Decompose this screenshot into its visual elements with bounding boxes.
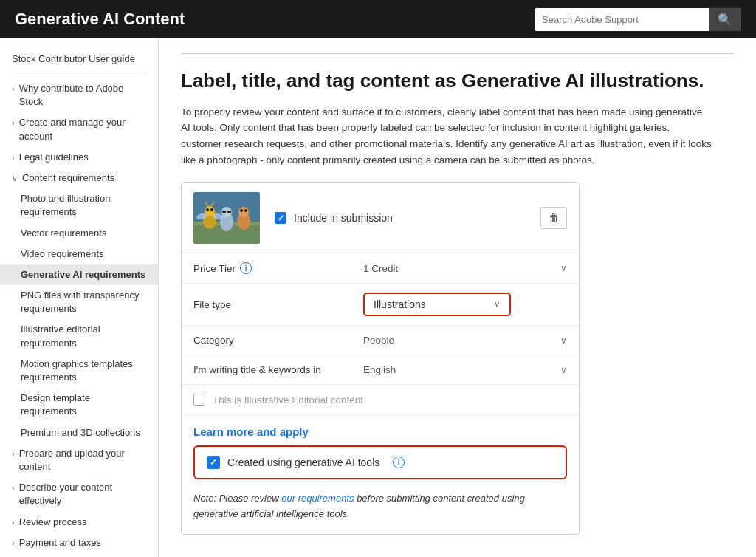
dropdown-arrow-icon: ∨ [560, 365, 567, 375]
sidebar-item-label: PNG files with transparency requirements [21, 289, 146, 315]
sidebar-item-label: Content requirements [22, 171, 114, 185]
sidebar-item-vector[interactable]: Vector requirements [0, 223, 158, 244]
chevron-down-icon: ∨ [12, 173, 18, 184]
include-checkbox[interactable] [275, 212, 286, 224]
sidebar-item-label: Generative AI requirements [21, 268, 145, 281]
sidebar-item-label: Design template requirements [21, 392, 146, 418]
sidebar-item-design-template[interactable]: Design template requirements [0, 388, 158, 422]
page-heading: Label, title, and tag content as Generat… [181, 69, 734, 94]
svg-point-16 [240, 209, 243, 212]
category-row: Category People ∨ [182, 326, 579, 355]
note-text-start: Note: Please review [193, 493, 281, 504]
price-tier-label: Price Tier i [193, 262, 363, 274]
app-title: Generative AI Content [15, 10, 185, 29]
dropdown-arrow-icon: ∨ [494, 299, 501, 310]
chevron-icon: › [12, 517, 15, 528]
header: Generative AI Content 🔍 [0, 0, 756, 38]
thumbnail [193, 192, 260, 244]
sidebar-item-label: Photo and illustration requirements [21, 192, 146, 219]
keywords-label: I'm writing title & keywords in [193, 364, 363, 375]
note-requirements-link[interactable]: our requirements [281, 493, 354, 504]
sidebar-item-label: Create and manage your account [19, 116, 146, 143]
svg-point-15 [238, 207, 249, 217]
file-type-dropdown[interactable]: Illustrations ∨ [363, 293, 511, 316]
price-tier-value[interactable]: 1 Credit ∨ [363, 263, 567, 274]
editorial-checkbox-row: This is Illustrative Editorial content [182, 385, 579, 415]
sidebar: Stock Contributor User guide › Why contr… [0, 38, 159, 557]
svg-point-5 [206, 208, 209, 211]
sidebar-item-label: Describe your content effectively [19, 481, 146, 508]
dropdown-arrow-icon: ∨ [560, 335, 567, 346]
editorial-label: This is Illustrative Editorial content [213, 394, 363, 406]
ai-tools-info-icon[interactable]: i [393, 457, 405, 468]
sidebar-item-premium-3d[interactable]: Premium and 3D collections [0, 423, 158, 443]
sidebar-item-label: Why contribute to Adobe Stock [19, 82, 146, 109]
include-label: Include in submission [294, 212, 393, 224]
keywords-language-row: I'm writing title & keywords in English … [182, 355, 579, 385]
chevron-icon: › [12, 152, 15, 163]
learn-more-section: Learn more and apply [182, 415, 579, 445]
category-value[interactable]: People ∨ [363, 335, 567, 346]
sidebar-item-motion-graphics[interactable]: Motion graphics templates requirements [0, 354, 158, 388]
upload-header: Include in submission 🗑 [182, 183, 579, 253]
sidebar-item-content-req[interactable]: ∨ Content requirements [0, 168, 158, 188]
sidebar-item-label: Legal guidelines [19, 151, 89, 164]
ai-tools-row: Created using generative AI tools i [193, 445, 567, 479]
svg-point-17 [244, 209, 247, 212]
sidebar-item-label: Payment and taxes [19, 536, 101, 550]
sidebar-item-label: Vector requirements [21, 227, 106, 240]
price-tier-row: Price Tier i 1 Credit ∨ [182, 253, 579, 284]
sidebar-item-payment[interactable]: › Payment and taxes [0, 533, 158, 553]
main-layout: Stock Contributor User guide › Why contr… [0, 38, 756, 557]
chevron-icon: › [12, 117, 15, 129]
svg-rect-12 [227, 211, 231, 213]
sidebar-item-label: Review process [19, 516, 87, 529]
sidebar-item-review[interactable]: › Review process [0, 512, 158, 533]
search-button[interactable]: 🔍 [709, 8, 741, 31]
sidebar-guide-title: Stock Contributor User guide [0, 50, 158, 72]
chevron-icon: › [12, 83, 15, 95]
search-input[interactable] [535, 10, 709, 30]
delete-button[interactable]: 🗑 [540, 207, 567, 229]
chevron-icon: › [12, 482, 15, 493]
ai-tools-checkbox[interactable] [207, 456, 220, 469]
editorial-checkbox[interactable] [193, 394, 205, 406]
sidebar-item-illustrative[interactable]: Illustrative editorial requirements [0, 319, 158, 353]
sidebar-item-label: Illustrative editorial requirements [21, 323, 146, 349]
sidebar-item-photo-illustration[interactable]: Photo and illustration requirements [0, 188, 158, 222]
main-content: Label, title, and tag content as Generat… [159, 38, 756, 557]
svg-point-6 [210, 208, 213, 211]
price-tier-info-icon[interactable]: i [240, 262, 252, 274]
dropdown-arrow-icon: ∨ [560, 263, 567, 273]
sidebar-item-prepare-upload[interactable]: › Prepare and upload your content [0, 443, 158, 477]
sidebar-item-video[interactable]: Video requirements [0, 244, 158, 264]
sidebar-item-label: Premium and 3D collections [21, 426, 140, 440]
file-type-label: File type [193, 299, 363, 310]
sidebar-item-label: Motion graphics templates requirements [21, 358, 146, 384]
intro-paragraph: To properly review your content and surf… [181, 104, 712, 168]
chevron-icon: › [12, 538, 15, 549]
sidebar-item-why-contribute[interactable]: › Why contribute to Adobe Stock [0, 78, 158, 112]
sidebar-item-legal[interactable]: › Legal guidelines [0, 147, 158, 168]
top-divider [181, 53, 734, 54]
sidebar-divider [12, 75, 146, 75]
sidebar-item-describe[interactable]: › Describe your content effectively [0, 477, 158, 511]
sidebar-item-create-account[interactable]: › Create and manage your account [0, 112, 158, 146]
svg-rect-11 [222, 211, 226, 213]
include-submission: Include in submission [260, 212, 540, 224]
search-bar: 🔍 [535, 8, 741, 31]
sidebar-item-generative-ai[interactable]: Generative AI requirements [0, 264, 158, 285]
content-card: Include in submission 🗑 Price Tier i 1 C… [181, 182, 580, 535]
category-label: Category [193, 335, 363, 346]
sidebar-item-label: Prepare and upload your content [19, 447, 146, 474]
chevron-icon: › [12, 448, 15, 459]
sidebar-item-png[interactable]: PNG files with transparency requirements [0, 285, 158, 319]
sidebar-item-label: Video requirements [21, 247, 104, 261]
learn-more-link[interactable]: Learn more and apply [193, 426, 309, 438]
file-type-row: File type Illustrations ∨ [182, 284, 579, 326]
keywords-value[interactable]: English ∨ [363, 364, 567, 375]
note-paragraph: Note: Please review our requirements bef… [182, 491, 579, 534]
ai-tools-label: Created using generative AI tools [227, 457, 379, 468]
